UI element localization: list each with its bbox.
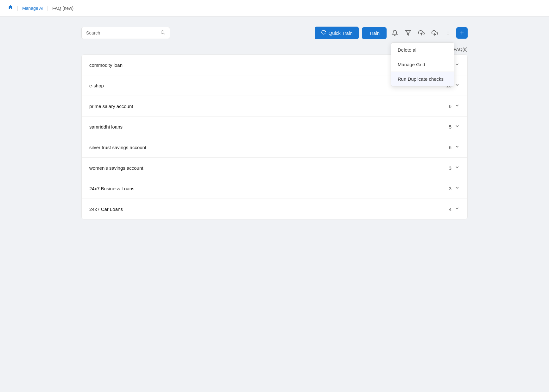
faq-name: e-shop [89,83,104,88]
dropdown-item-delete-all[interactable]: Delete all [391,43,454,57]
main-content: Quick Train Train [69,16,480,230]
add-button[interactable]: + [456,27,468,39]
faq-name: 24x7 Car Loans [89,206,123,212]
more-options-button[interactable] [443,28,453,38]
quick-train-label: Quick Train [329,30,353,36]
faq-right: 6 [449,144,460,150]
chevron-down-icon [455,165,460,171]
faq-right: 6 [449,103,460,109]
faq-count: 4 [449,206,451,212]
home-icon[interactable] [8,4,13,12]
faq-count: 3 [449,165,451,171]
faq-item-24x7-business[interactable]: 24x7 Business Loans 3 [82,178,467,199]
svg-point-5 [448,31,449,32]
top-nav: | Manage AI | FAQ (new) [0,0,549,16]
train-label: Train [369,30,380,36]
filter-button[interactable] [403,28,413,38]
faq-count: 3 [449,186,451,191]
chevron-down-icon [455,206,460,212]
dropdown-item-manage-grid[interactable]: Manage Grid [391,57,454,72]
faq-name: 24x7 Business Loans [89,186,135,191]
quick-train-button[interactable]: Quick Train [315,27,359,39]
faq-name: silver trust savings account [89,145,146,150]
dropdown-menu: Delete all Manage Grid Run Duplicate che… [391,42,454,86]
chevron-down-icon [455,62,460,68]
chevron-down-icon [455,82,460,89]
search-icon [160,30,165,36]
faq-item-silver-trust[interactable]: silver trust savings account 6 [82,137,467,158]
toolbar: Quick Train Train [81,27,468,39]
faq-item-24x7-car[interactable]: 24x7 Car Loans 4 [82,199,467,219]
chevron-down-icon [455,103,460,109]
upload-button[interactable] [416,28,426,38]
faq-count: 6 [449,104,451,109]
faq-name: prime salary account [89,104,133,109]
chevron-down-icon [455,185,460,192]
svg-line-1 [164,33,165,34]
faq-item-prime-salary[interactable]: prime salary account 6 [82,96,467,117]
faq-count: 6 [449,145,451,150]
dropdown-item-run-duplicate[interactable]: Run Duplicate checks [391,72,454,86]
search-box[interactable] [81,27,170,39]
svg-point-0 [161,31,164,34]
faq-name: commodity loan [89,62,123,68]
add-icon: + [460,29,464,36]
download-button[interactable] [430,28,440,38]
manage-ai-link[interactable]: Manage AI [22,6,43,11]
search-input[interactable] [86,30,158,35]
faq-right: 4 [449,206,460,212]
notification-button[interactable] [390,28,400,38]
current-page-label: FAQ (new) [52,6,73,11]
faq-item-samriddhi[interactable]: samriddhi loans 5 [82,117,467,137]
svg-point-6 [448,33,449,34]
faq-right: 3 [449,185,460,192]
svg-marker-2 [406,31,411,35]
chevron-down-icon [455,144,460,150]
faq-item-womens-savings[interactable]: women's savings account 3 [82,158,467,178]
faq-right: 3 [449,165,460,171]
nav-separator-2: | [47,5,48,11]
toolbar-right: Quick Train Train [315,27,468,39]
train-button[interactable]: Train [362,27,387,39]
nav-separator-1: | [17,5,18,11]
faq-right: 5 [449,123,460,130]
faq-name: samriddhi loans [89,124,123,130]
faq-name: women's savings account [89,165,143,171]
sync-icon [321,30,326,36]
chevron-down-icon [455,123,460,130]
svg-point-7 [448,35,449,35]
faq-count: 5 [449,124,451,130]
